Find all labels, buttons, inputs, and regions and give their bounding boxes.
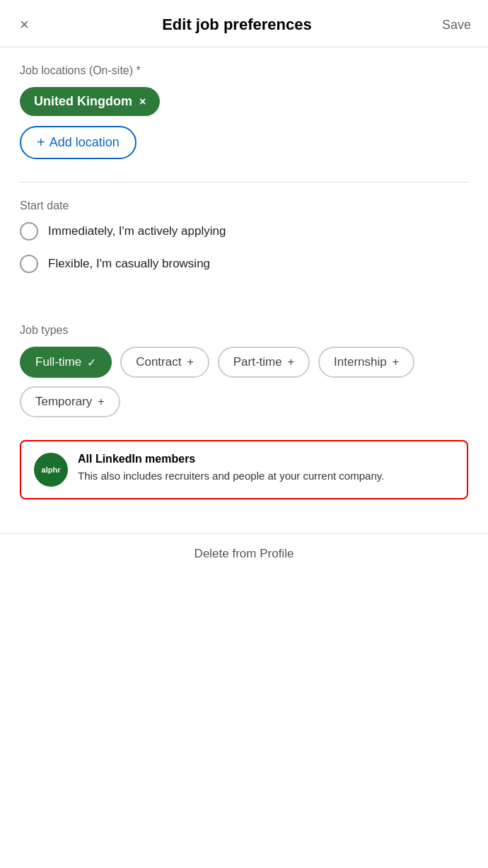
job-type-chip-contract[interactable]: Contract + bbox=[120, 347, 209, 378]
location-chips: United Kingdom × bbox=[20, 87, 468, 126]
job-type-label-contract: Contract bbox=[136, 355, 181, 369]
location-chip-uk[interactable]: United Kingdom × bbox=[20, 87, 160, 116]
job-type-chip-full-time[interactable]: Full-time ✓ bbox=[20, 347, 112, 378]
remove-location-icon[interactable]: × bbox=[139, 96, 146, 108]
job-type-chip-part-time[interactable]: Part-time + bbox=[218, 347, 310, 378]
save-button[interactable]: Save bbox=[442, 18, 471, 33]
job-type-label-temporary: Temporary bbox=[35, 395, 92, 409]
page-title: Edit job preferences bbox=[162, 16, 312, 34]
start-date-label: Start date bbox=[20, 199, 468, 212]
job-types-section: Job types Full-time ✓ Contract + Part-ti… bbox=[20, 324, 468, 417]
job-type-label-internship: Internship bbox=[334, 355, 387, 369]
add-location-button[interactable]: + Add location bbox=[20, 126, 136, 159]
alert-text-block: All LinkedIn members This also includes … bbox=[78, 453, 384, 483]
logo-text: alphr bbox=[42, 465, 61, 474]
job-type-label-part-time: Part-time bbox=[233, 355, 282, 369]
radio-label-flexible: Flexible, I'm casually browsing bbox=[48, 257, 210, 271]
plus-icon-contract: + bbox=[187, 356, 193, 369]
start-date-section: Start date Immediately, I'm actively app… bbox=[20, 199, 468, 273]
add-location-label: Add location bbox=[50, 135, 120, 150]
plus-icon-internship: + bbox=[393, 356, 399, 369]
spacer bbox=[20, 296, 468, 324]
plus-icon: + bbox=[37, 134, 45, 151]
plus-icon-part-time: + bbox=[288, 356, 294, 369]
header: × Edit job preferences Save bbox=[0, 0, 488, 47]
radio-option-immediately[interactable]: Immediately, I'm actively applying bbox=[20, 222, 468, 241]
alert-title: All LinkedIn members bbox=[78, 453, 384, 465]
radio-circle-immediately bbox=[20, 222, 38, 241]
job-type-chip-temporary[interactable]: Temporary + bbox=[20, 386, 120, 417]
delete-button[interactable]: Delete from Profile bbox=[194, 547, 294, 561]
plus-icon-temporary: + bbox=[98, 395, 104, 408]
job-types-label: Job types bbox=[20, 324, 468, 337]
job-type-chips: Full-time ✓ Contract + Part-time + Inter… bbox=[20, 347, 468, 417]
job-locations-section: Job locations (On-site) * United Kingdom… bbox=[20, 64, 468, 159]
checkmark-icon: ✓ bbox=[87, 356, 96, 369]
radio-option-flexible[interactable]: Flexible, I'm casually browsing bbox=[20, 255, 468, 273]
alert-body: This also includes recruiters and people… bbox=[78, 468, 384, 483]
alert-box: alphr All LinkedIn members This also inc… bbox=[20, 440, 468, 499]
content-area: Job locations (On-site) * United Kingdom… bbox=[0, 47, 488, 533]
job-type-chip-internship[interactable]: Internship + bbox=[318, 347, 414, 378]
location-chip-label: United Kingdom bbox=[34, 94, 132, 109]
divider-1 bbox=[20, 182, 468, 183]
alert-logo: alphr bbox=[34, 453, 68, 487]
job-type-label-full-time: Full-time bbox=[35, 355, 81, 369]
close-button[interactable]: × bbox=[17, 13, 32, 37]
radio-label-immediately: Immediately, I'm actively applying bbox=[48, 224, 226, 238]
job-locations-label: Job locations (On-site) * bbox=[20, 64, 468, 77]
start-date-options: Immediately, I'm actively applying Flexi… bbox=[20, 222, 468, 273]
radio-circle-flexible bbox=[20, 255, 38, 273]
footer: Delete from Profile bbox=[0, 533, 488, 574]
